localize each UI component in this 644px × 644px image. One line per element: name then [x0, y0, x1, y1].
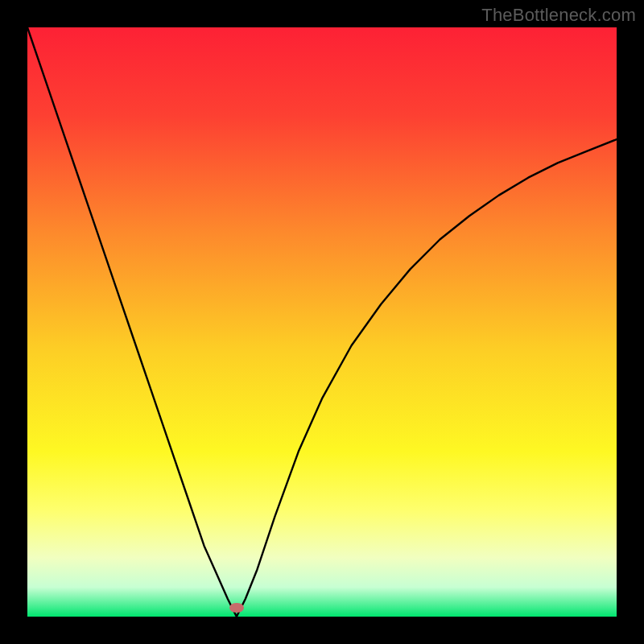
bottleneck-curve-path — [27, 27, 617, 617]
frame: TheBottleneck.com — [0, 0, 644, 644]
chart-svg — [27, 27, 617, 617]
watermark-text: TheBottleneck.com — [481, 5, 636, 26]
min-point-marker — [229, 603, 244, 613]
